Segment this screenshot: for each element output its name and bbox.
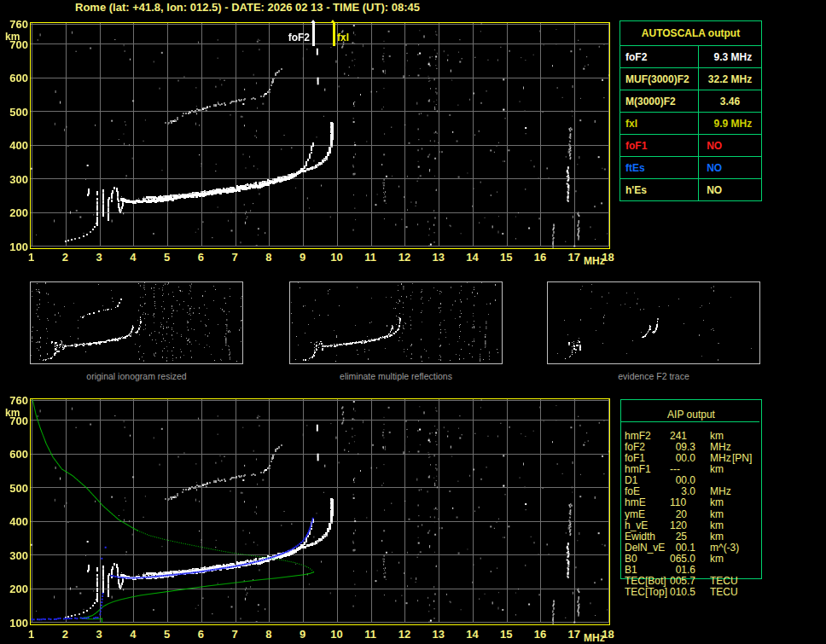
aip-value: 005.7	[670, 576, 695, 587]
x-tick-12: 12	[391, 252, 418, 263]
aip-label: DelN_vE	[625, 542, 665, 554]
aip-unit: TECU	[710, 587, 738, 598]
x-tick-2: 2	[51, 252, 79, 263]
autoscala-value: NO	[699, 135, 761, 156]
aip-unit: km	[710, 497, 724, 508]
aip-value: 010.5	[670, 587, 695, 598]
x-tick-14: 14	[458, 629, 486, 640]
x-tick-6: 6	[187, 252, 214, 263]
aip-value: 120	[670, 520, 687, 531]
aip-label: ymE	[625, 509, 645, 520]
aip-label: foE	[625, 486, 640, 497]
x-tick-7: 7	[221, 252, 248, 263]
aip-label: B0	[625, 554, 637, 565]
autoscala-table-title: AUTOSCALA output	[620, 21, 761, 46]
x-tick-6: 6	[187, 629, 214, 640]
caption-no-multiples: eliminate multiple reflections	[289, 371, 503, 381]
aip-value: 00.1	[670, 542, 695, 554]
autoscala-row-foF1: foF1NO	[620, 135, 761, 157]
aip-label: h_vE	[625, 520, 648, 531]
aip-unit: km	[710, 531, 724, 542]
aip-row-DelNvE: DelN_vE 00.1m^(-3)	[620, 542, 817, 554]
y-tick-600: 600	[0, 449, 28, 460]
y-tick-200: 200	[0, 207, 28, 218]
y-tick-500: 500	[0, 107, 28, 118]
thumbnail-original	[30, 281, 243, 364]
autoscala-label: foF2	[620, 46, 699, 67]
x-tick-2: 2	[51, 629, 79, 640]
aip-row-foE: foE 3.0MHz	[620, 486, 817, 497]
profile-plot-frame	[30, 398, 610, 625]
autoscala-row-ftEs: ftEsNO	[620, 157, 761, 179]
profile-plot-canvas	[31, 399, 609, 624]
thumbnail-f2-evidence	[547, 281, 760, 364]
aip-row-TECBot: TEC[Bot]005.7TECU	[620, 576, 817, 587]
aip-value: 110	[670, 497, 686, 508]
y-tick-100: 100	[0, 241, 28, 252]
aip-unit: TECU	[710, 576, 738, 587]
y-tick-760: 760	[0, 395, 28, 406]
aip-row-ymE: ymE 20km	[620, 509, 817, 520]
aip-extra: [PN]	[732, 453, 752, 464]
autoscala-label: fxI	[620, 113, 699, 134]
x-tick-13: 13	[425, 252, 452, 263]
aip-unit: km	[710, 520, 724, 531]
foF2-marker-arrow	[311, 20, 316, 23]
aip-row-TECTop: TEC[Top]010.5TECU	[620, 587, 817, 598]
x-tick-11: 11	[357, 629, 384, 640]
aip-label: TEC[Top]	[625, 587, 667, 598]
x-axis-unit: MHz	[584, 633, 605, 643]
autoscala-label: h'Es	[620, 179, 699, 200]
aip-row-hmE: hmE110km	[620, 497, 817, 508]
fxI-marker-arrow	[330, 20, 335, 23]
aip-value: 241	[670, 431, 687, 442]
autoscala-row-foF2: foF2 9.3 MHz	[620, 46, 761, 68]
x-tick-5: 5	[154, 252, 181, 263]
x-tick-8: 8	[255, 629, 282, 640]
ionogram-plot-frame	[30, 22, 610, 249]
x-tick-3: 3	[85, 629, 113, 640]
autoscala-label: foF1	[620, 135, 699, 156]
aip-row-B0: B0065.0km	[620, 554, 817, 565]
aip-unit: MHz	[710, 453, 731, 464]
y-axis-unit: km	[5, 408, 20, 418]
y-tick-500: 500	[0, 483, 28, 494]
aip-label: B1	[625, 565, 637, 576]
aip-value: 20	[670, 509, 687, 520]
station-title: Rome (lat: +41.8, lon: 012.5) - DATE: 20…	[75, 1, 420, 14]
x-tick-7: 7	[221, 629, 248, 640]
aip-unit: km	[710, 509, 724, 520]
y-tick-760: 760	[0, 19, 28, 30]
x-tick-9: 9	[289, 629, 317, 640]
x-tick-15: 15	[492, 252, 520, 263]
autoscala-label: M(3000)F2	[620, 90, 699, 112]
autoscala-value: 3.46	[699, 90, 761, 112]
y-axis-unit: km	[5, 32, 20, 42]
x-tick-14: 14	[458, 252, 486, 263]
aip-value: 065.0	[670, 554, 695, 565]
x-axis-unit: MHz	[584, 256, 605, 266]
aip-value: ---	[670, 464, 680, 475]
autoscala-label: MUF(3000)F2	[620, 68, 699, 90]
autoscala-label: ftEs	[620, 157, 699, 178]
aip-value: 00.0	[670, 453, 695, 464]
thumbnail-f2-evidence-canvas	[548, 282, 759, 363]
y-tick-100: 100	[0, 618, 28, 629]
aip-output-rows: hmF2241kmfoF2 09.3MHzfoF1 00.0MHz[PN]hmF…	[620, 399, 817, 621]
autoscala-output-table: AUTOSCALA output foF2 9.3 MHzMUF(3000)F2…	[620, 20, 762, 201]
x-tick-13: 13	[425, 629, 452, 640]
autoscala-window: Rome (lat: +41.8, lon: 012.5) - DATE: 20…	[0, 0, 826, 644]
x-tick-1: 1	[18, 629, 45, 640]
thumbnail-no-multiples-canvas	[290, 282, 502, 363]
x-tick-4: 4	[119, 629, 147, 640]
autoscala-row-M3000F2: M(3000)F23.46	[620, 90, 761, 113]
x-tick-16: 16	[526, 629, 554, 640]
autoscala-row-MUF3000F2: MUF(3000)F232.2 MHz	[620, 68, 761, 90]
foF2-marker-label: foF2	[276, 32, 310, 43]
x-tick-1: 1	[18, 252, 45, 263]
aip-label: hmF2	[625, 431, 651, 442]
thumbnail-no-multiples	[289, 281, 503, 364]
x-tick-5: 5	[154, 629, 181, 640]
x-tick-11: 11	[357, 252, 384, 263]
aip-label: foF1	[625, 453, 645, 464]
